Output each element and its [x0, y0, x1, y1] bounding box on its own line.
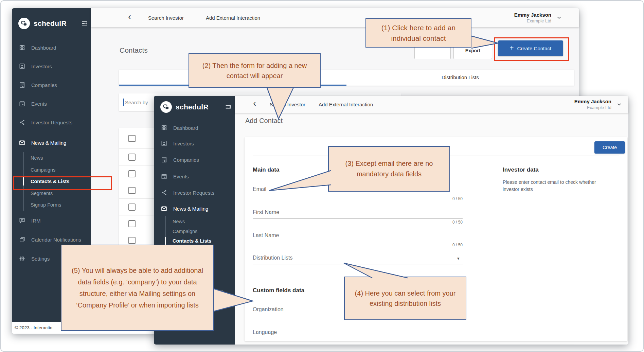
- highlight-box-create-contact: [494, 37, 569, 61]
- envelope-icon: [19, 139, 25, 146]
- create-button[interactable]: Create: [594, 141, 625, 154]
- sidebar-subitem-label: Campaigns: [173, 229, 197, 234]
- sidebar-subitem-label: Campaigns: [31, 167, 55, 173]
- sidebar-subitem-label: Segments: [31, 191, 53, 196]
- row-checkbox[interactable]: [128, 204, 136, 211]
- last-name-field-label: Last Name: [253, 232, 279, 239]
- row-checkbox[interactable]: [128, 220, 136, 227]
- sidebar-item-investors[interactable]: Investors: [154, 137, 235, 149]
- email-char-counter: 0 / 50: [253, 196, 463, 201]
- gear-icon: [19, 255, 25, 262]
- first-name-field-label: First Name: [253, 209, 279, 215]
- sidebar-item-label: Events: [173, 174, 189, 179]
- sidebar-subitem-label: News: [173, 219, 185, 224]
- user-name: Emmy Jackson: [574, 99, 611, 104]
- sidebar-item-label: Companies: [173, 157, 199, 163]
- sidebar-item-dashboard[interactable]: Dashboard: [12, 41, 91, 54]
- callout-5-tail: [212, 286, 256, 313]
- row-checkbox[interactable]: [128, 237, 136, 244]
- callout-3-tail: [267, 161, 332, 193]
- app-logo-icon: [160, 101, 172, 113]
- user-info: Emmy JacksonExample Ltd: [574, 99, 611, 110]
- callout-5: (5) You will always be able to add addit…: [61, 245, 214, 331]
- sidebar-item-irm[interactable]: IRM: [12, 214, 91, 227]
- share-icon: [161, 189, 167, 196]
- sidebar-item-news-and-mailing[interactable]: News & Mailing: [12, 137, 91, 149]
- sidebar-item-label: News & Mailing: [31, 140, 66, 146]
- menu-collapse-icon[interactable]: [225, 103, 232, 111]
- sidebar-item-events[interactable]: Events: [154, 170, 235, 182]
- distribution-lists-dropdown-caret-icon[interactable]: ▾: [457, 256, 460, 261]
- user-company: Example Ltd: [574, 105, 611, 110]
- language-field-label: Language: [253, 329, 277, 335]
- brand-name: schedulR: [176, 103, 209, 111]
- page-title: Contacts: [120, 46, 148, 54]
- sidebar-item-investors[interactable]: Investors: [12, 60, 91, 72]
- callout-4-tail: [340, 260, 411, 279]
- sidebar-item-news-and-mailing[interactable]: News & Mailing: [154, 203, 235, 215]
- investor-data-heading: Investor data: [503, 166, 539, 173]
- callout-1: (1) Click here to add an individual cont…: [365, 18, 471, 48]
- calendar-icon: [19, 100, 25, 107]
- row-checkbox[interactable]: [128, 170, 136, 177]
- language-input[interactable]: [253, 337, 463, 337]
- sidebar-item-calendar-notifications[interactable]: Calendar Notifications: [12, 233, 91, 246]
- brand-name: schedulR: [34, 19, 67, 28]
- dashboard-grid-icon: [161, 124, 167, 131]
- row-checkbox[interactable]: [128, 187, 136, 194]
- distribution-lists-field-label: Distribution Lists: [253, 255, 292, 261]
- screenshot-frame: schedulRDashboardInvestorsCompaniesEvent…: [0, 0, 644, 352]
- callout-3: (3) Except email there are no mandatory …: [328, 146, 450, 192]
- investor-data-hint: Please enter contact email to check whet…: [503, 179, 612, 193]
- tab-distribution-lists-label: Distribution Lists: [442, 74, 479, 80]
- sidebar-item-companies[interactable]: Companies: [154, 154, 235, 166]
- callout-4: (4) Here you can select from your existi…: [344, 277, 466, 320]
- sidebar-item-label: Events: [31, 101, 47, 107]
- sidebar-item-dashboard[interactable]: Dashboard: [154, 122, 235, 134]
- dashboard-grid-icon: [19, 44, 25, 51]
- sidebar-subitem-label: Signup Forms: [31, 202, 61, 208]
- row-checkbox[interactable]: [128, 154, 136, 161]
- chat-icon: [19, 217, 25, 224]
- menu-collapse-icon[interactable]: [81, 20, 88, 27]
- sidebar-item-label: Settings: [31, 256, 50, 262]
- sidebar-item-investor-requests[interactable]: Investor Requests: [12, 116, 91, 128]
- last-name-input[interactable]: [253, 241, 463, 241]
- investor-badge-icon: [161, 140, 167, 147]
- sidebar-item-label: Dashboard: [31, 45, 56, 51]
- chevron-down-icon[interactable]: [556, 15, 562, 21]
- sidebar-item-events[interactable]: Events: [12, 98, 91, 110]
- sidebar-item-label: IRM: [31, 218, 41, 224]
- topbar: ‹Search InvestorAdd External Interaction…: [91, 8, 579, 27]
- organization-field-label: Organization: [253, 306, 284, 313]
- sidebar-item-label: News & Mailing: [173, 206, 208, 212]
- sidebar-item-signup-forms[interactable]: Signup Forms: [12, 199, 91, 211]
- callout-1-text: (1) Click here to add an individual cont…: [372, 22, 465, 44]
- topnav-item-add-external-interaction[interactable]: Add External Interaction: [319, 102, 373, 107]
- pages-icon: [19, 236, 25, 243]
- tab-distribution-lists[interactable]: Distribution Lists: [346, 70, 574, 86]
- email-input[interactable]: [253, 195, 463, 195]
- highlight-box-contacts-and-lists: [13, 176, 112, 190]
- sidebar-item-campaigns[interactable]: Campaigns: [12, 164, 91, 176]
- sidebar-item-investor-requests[interactable]: Investor Requests: [154, 187, 235, 199]
- first-name-input[interactable]: [253, 218, 463, 218]
- row-checkbox[interactable]: [128, 135, 136, 142]
- sidebar-item-companies[interactable]: Companies: [12, 79, 91, 91]
- topnav-item-search-investor[interactable]: Search Investor: [148, 15, 184, 21]
- sidebar-item-label: Investor Requests: [173, 190, 214, 196]
- callout-2-text: (2) Then the form for adding a new conta…: [195, 60, 315, 81]
- app-logo-icon: [18, 18, 30, 29]
- investor-badge-icon: [19, 63, 25, 70]
- chevron-down-icon[interactable]: [616, 101, 622, 107]
- user-menu[interactable]: Emmy JacksonExample Ltd: [514, 12, 562, 23]
- back-chevron-icon[interactable]: ‹: [253, 98, 256, 109]
- topnav-item-add-external-interaction[interactable]: Add External Interaction: [206, 15, 260, 21]
- sidebar-item-label: Investor Requests: [31, 120, 72, 125]
- back-chevron-icon[interactable]: ‹: [128, 12, 131, 22]
- sidebar-item-news[interactable]: News: [12, 152, 91, 164]
- text-cursor: [123, 99, 124, 106]
- user-menu[interactable]: Emmy JacksonExample Ltd: [574, 99, 622, 110]
- tabs: Contacts Distribution Lists: [119, 70, 574, 86]
- callout-2: (2) Then the form for adding a new conta…: [189, 53, 321, 88]
